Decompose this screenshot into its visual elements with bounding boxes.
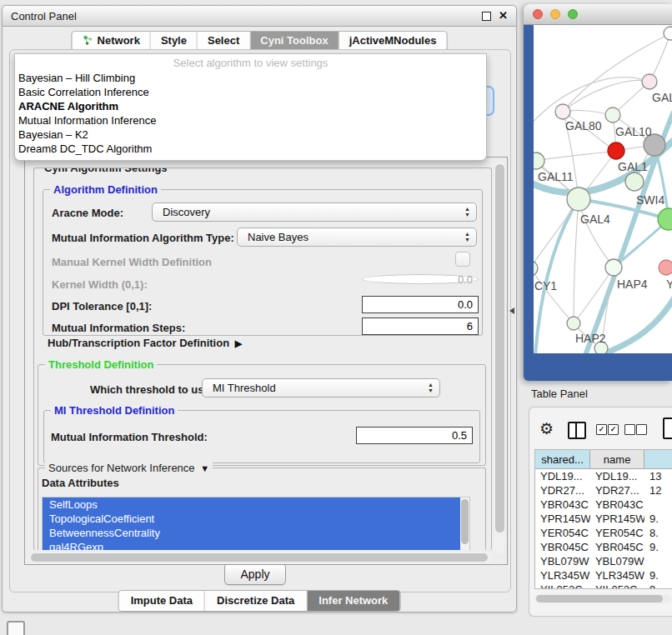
tab-jactivemnodules[interactable]: jActiveMNodules (339, 32, 447, 50)
aracne-mode-combo[interactable]: Discovery ▲▼ (152, 202, 477, 222)
node-gal-partial[interactable] (642, 74, 657, 89)
mi-threshold-field[interactable]: 0.5 (356, 427, 473, 444)
node-gal4[interactable] (567, 188, 590, 211)
network-canvas[interactable]: GAL GAL80 GAL10 GAL1 GAL11 SWI4 GAL4 GCY… (534, 25, 672, 353)
panel-tab-bar: Network Style Select Cyni Toolbox jActiv… (72, 31, 448, 51)
manual-kernel-width-checkbox[interactable] (455, 252, 470, 267)
manual-kernel-width-label: Manual Kernel Width Definition (52, 256, 212, 268)
table-row[interactable]: YLR345WYLR345W9. (535, 568, 672, 582)
node-hap2[interactable] (567, 317, 580, 330)
node-attribute-table[interactable]: shared... name YDL19...YDL19...13 YDR27.… (534, 449, 672, 589)
tab-cyni-toolbox[interactable]: Cyni Toolbox (250, 32, 339, 50)
docked-panel-icon[interactable] (7, 621, 25, 635)
tab-network[interactable]: Network (73, 32, 151, 50)
split-columns-icon[interactable] (568, 422, 586, 439)
node-label: GAL80 (565, 119, 602, 132)
tab-infer-network[interactable]: Infer Network (307, 591, 399, 611)
mi-algorithm-type-combo[interactable]: Naive Bayes ▲▼ (237, 228, 477, 247)
tab-discretize-data[interactable]: Discretize Data (205, 591, 307, 611)
table-row[interactable]: YBR045CYBR045C9. (535, 540, 672, 554)
algorithm-dropdown-list: Select algorithm to view settings Bayesi… (14, 53, 487, 161)
attribute-item-selected[interactable]: BetweennessCentrality (43, 526, 460, 540)
node-label: SWI4 (636, 193, 664, 207)
gear-icon[interactable]: ⚙ (539, 421, 554, 437)
column-header-shared[interactable]: shared... (535, 450, 590, 468)
kernel-width-field[interactable]: 0.0 (362, 274, 479, 284)
settings-horizontal-scrollbar[interactable] (29, 552, 493, 562)
list-scrollbar[interactable] (460, 498, 469, 550)
expand-right-icon: ▶ (233, 338, 243, 348)
which-threshold-combo[interactable]: MI Threshold ▲▼ (202, 378, 440, 398)
table-horizontal-scrollbar[interactable] (534, 594, 671, 603)
attribute-item-selected[interactable]: SelfLoops (43, 498, 460, 512)
node-label: HAP4 (617, 278, 648, 291)
table-panel-title: Table Panel (531, 388, 588, 400)
mi-steps-label: Mutual Information Steps: (52, 322, 185, 334)
document-icon[interactable] (663, 418, 672, 439)
node-unlabeled[interactable] (664, 27, 672, 40)
dropdown-prompt: Select algorithm to view settings (15, 54, 486, 71)
node-gal10[interactable] (605, 108, 620, 122)
attribute-item-selected[interactable]: TopologicalCoefficient (43, 512, 460, 526)
tab-impute-data[interactable]: Impute Data (119, 591, 205, 611)
float-window-icon[interactable] (482, 12, 491, 21)
network-graph: GAL GAL80 GAL10 GAL1 GAL11 SWI4 GAL4 GCY… (534, 25, 672, 353)
combo-arrows-icon: ▲▼ (428, 382, 434, 393)
dropdown-item[interactable]: Dream8 DC_TDC Algorithm (15, 142, 486, 156)
attribute-item-selected[interactable]: gal4RGexp (43, 540, 460, 550)
control-panel-titlebar[interactable]: Control Panel ✕ (3, 6, 516, 27)
table-row[interactable]: YIL052CYIL052C9 (535, 582, 672, 589)
panel-collapse-arrow-icon[interactable] (509, 308, 514, 314)
node-pink[interactable] (659, 260, 672, 275)
checked-box-icon[interactable]: ✓ (596, 424, 607, 435)
hub-definition-toggle[interactable]: Hub/Transcription Factor Definition ▶ (48, 337, 242, 349)
algorithm-definition-group: Algorithm Definition Aracne Mode: Discov… (43, 189, 483, 336)
node-label: GAL4 (580, 212, 610, 226)
unchecked-box-icon[interactable] (624, 424, 635, 435)
dropdown-item[interactable]: Bayesian – K2 (15, 128, 486, 142)
network-window-titlebar[interactable] (524, 4, 672, 25)
sources-group: Sources for Network Inference ▼ Data Att… (38, 468, 486, 550)
dropdown-item[interactable]: Mutual Information Inference (15, 113, 486, 128)
tab-style[interactable]: Style (151, 32, 198, 50)
table-row[interactable]: YER054CYER054C8. (535, 526, 672, 540)
settings-vertical-scrollbar[interactable] (494, 161, 505, 554)
node-gcy1[interactable] (534, 261, 538, 276)
mi-threshold-definition-group: MI Threshold Definition Mutual Informati… (43, 410, 480, 463)
node-label: Y (666, 278, 672, 291)
dropdown-item[interactable]: Bayesian – Hill Climbing (15, 71, 486, 85)
table-row[interactable]: YDR27...YDR27...12 (535, 483, 672, 498)
apply-button[interactable]: Apply (224, 563, 286, 585)
table-row[interactable]: YBL079WYBL079W (535, 554, 672, 568)
minimize-traffic-light[interactable] (550, 9, 560, 19)
close-icon[interactable]: ✕ (499, 11, 508, 21)
table-row[interactable]: YDL19...YDL19...13 (535, 469, 672, 483)
column-header-name[interactable]: name (590, 450, 644, 468)
node-gal80[interactable] (555, 104, 570, 119)
control-panel-window: Control Panel ✕ Network Style Select Cyn… (2, 5, 517, 612)
data-attributes-list[interactable]: SelfLoops TopologicalCoefficient Between… (42, 497, 470, 550)
sources-toggle[interactable]: Sources for Network Inference ▼ (45, 462, 213, 474)
column-header-partial[interactable] (644, 450, 672, 468)
combo-arrows-icon: ▲▼ (464, 206, 470, 218)
combo-arrows-icon: ▲▼ (464, 231, 470, 242)
threshold-definition-group: Threshold Definition Which threshold to … (38, 364, 486, 466)
table-row[interactable]: YPR145WYPR145W9. (535, 512, 672, 526)
tab-select[interactable]: Select (198, 32, 250, 50)
group-title: Cyni Algorithm Settings (41, 168, 171, 174)
mi-threshold-label: Mutual Information Threshold: (51, 431, 208, 443)
window-title: Control Panel (11, 10, 77, 22)
dropdown-item[interactable]: Basic Correlation Inference (15, 85, 486, 99)
node-gal1[interactable] (608, 142, 624, 159)
dpi-tolerance-field[interactable]: 0.0 (362, 296, 479, 313)
dropdown-item-selected[interactable]: ARACNE Algorithm (15, 99, 486, 113)
node-hap4[interactable] (605, 259, 622, 276)
mi-steps-field[interactable]: 6 (362, 318, 479, 335)
network-icon (83, 35, 93, 46)
zoom-traffic-light[interactable] (568, 9, 578, 19)
table-row[interactable]: YBR043CYBR043C (535, 498, 672, 512)
close-traffic-light[interactable] (533, 9, 543, 19)
node-swi4[interactable] (625, 172, 644, 191)
unchecked-box-icon[interactable] (636, 424, 647, 435)
checked-box-icon[interactable]: ✓ (608, 424, 619, 435)
